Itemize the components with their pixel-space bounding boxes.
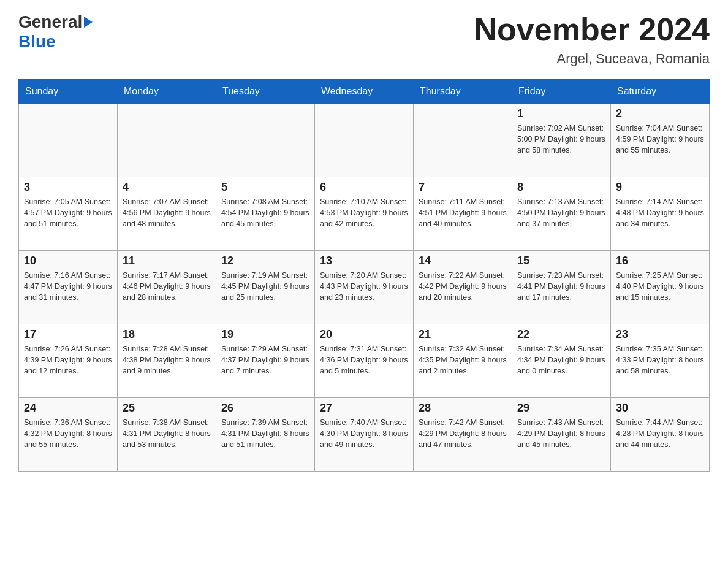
month-title: November 2024 (474, 12, 710, 47)
day-info: Sunrise: 7:32 AM Sunset: 4:35 PM Dayligh… (419, 343, 507, 377)
day-info: Sunrise: 7:36 AM Sunset: 4:32 PM Dayligh… (24, 417, 112, 450)
calendar-week-row: 3Sunrise: 7:05 AM Sunset: 4:57 PM Daylig… (19, 177, 710, 251)
day-number: 20 (320, 328, 408, 341)
logo: General Blue (18, 12, 93, 52)
day-info: Sunrise: 7:38 AM Sunset: 4:31 PM Dayligh… (123, 417, 211, 450)
calendar-cell: 28Sunrise: 7:42 AM Sunset: 4:29 PM Dayli… (414, 398, 512, 472)
calendar-week-row: 17Sunrise: 7:26 AM Sunset: 4:39 PM Dayli… (19, 324, 710, 398)
day-number: 22 (517, 328, 605, 341)
day-info: Sunrise: 7:07 AM Sunset: 4:56 PM Dayligh… (123, 196, 211, 229)
day-info: Sunrise: 7:34 AM Sunset: 4:34 PM Dayligh… (517, 343, 605, 377)
calendar-cell: 30Sunrise: 7:44 AM Sunset: 4:28 PM Dayli… (611, 398, 710, 472)
day-number: 4 (123, 181, 211, 194)
day-number: 3 (24, 181, 112, 194)
day-info: Sunrise: 7:13 AM Sunset: 4:50 PM Dayligh… (517, 196, 605, 229)
day-info: Sunrise: 7:31 AM Sunset: 4:36 PM Dayligh… (320, 343, 408, 377)
day-number: 13 (320, 255, 408, 267)
col-header-wednesday: Wednesday (315, 80, 414, 104)
calendar-header-row: SundayMondayTuesdayWednesdayThursdayFrid… (19, 80, 710, 104)
day-number: 6 (320, 181, 408, 194)
day-number: 29 (517, 402, 605, 415)
day-info: Sunrise: 7:35 AM Sunset: 4:33 PM Dayligh… (616, 343, 704, 377)
day-number: 12 (221, 255, 309, 267)
calendar-cell: 8Sunrise: 7:13 AM Sunset: 4:50 PM Daylig… (512, 177, 611, 251)
calendar-cell: 21Sunrise: 7:32 AM Sunset: 4:35 PM Dayli… (414, 324, 512, 398)
calendar-cell: 19Sunrise: 7:29 AM Sunset: 4:37 PM Dayli… (216, 324, 315, 398)
day-info: Sunrise: 7:39 AM Sunset: 4:31 PM Dayligh… (221, 417, 309, 450)
day-number: 27 (320, 402, 408, 415)
calendar-cell: 17Sunrise: 7:26 AM Sunset: 4:39 PM Dayli… (19, 324, 118, 398)
col-header-tuesday: Tuesday (216, 80, 315, 104)
day-info: Sunrise: 7:10 AM Sunset: 4:53 PM Dayligh… (320, 196, 408, 229)
day-info: Sunrise: 7:22 AM Sunset: 4:42 PM Dayligh… (419, 270, 507, 303)
day-info: Sunrise: 7:40 AM Sunset: 4:30 PM Dayligh… (320, 417, 408, 450)
calendar-cell: 3Sunrise: 7:05 AM Sunset: 4:57 PM Daylig… (19, 177, 118, 251)
day-number: 2 (616, 107, 704, 120)
calendar-cell: 27Sunrise: 7:40 AM Sunset: 4:30 PM Dayli… (315, 398, 414, 472)
day-number: 7 (419, 181, 507, 194)
calendar-table: SundayMondayTuesdayWednesdayThursdayFrid… (18, 79, 710, 472)
logo-general-text: General (18, 12, 82, 32)
calendar-cell: 13Sunrise: 7:20 AM Sunset: 4:43 PM Dayli… (315, 251, 414, 324)
location-text: Argel, Suceava, Romania (474, 51, 710, 67)
day-number: 23 (616, 328, 704, 341)
col-header-saturday: Saturday (611, 80, 710, 104)
day-info: Sunrise: 7:28 AM Sunset: 4:38 PM Dayligh… (123, 343, 211, 377)
day-info: Sunrise: 7:26 AM Sunset: 4:39 PM Dayligh… (24, 343, 112, 377)
calendar-cell (414, 104, 512, 177)
day-info: Sunrise: 7:16 AM Sunset: 4:47 PM Dayligh… (24, 270, 112, 303)
day-number: 30 (616, 402, 704, 415)
day-number: 11 (123, 255, 211, 267)
calendar-week-row: 1Sunrise: 7:02 AM Sunset: 5:00 PM Daylig… (19, 104, 710, 177)
calendar-cell: 29Sunrise: 7:43 AM Sunset: 4:29 PM Dayli… (512, 398, 611, 472)
calendar-cell (216, 104, 315, 177)
col-header-sunday: Sunday (19, 80, 118, 104)
day-number: 9 (616, 181, 704, 194)
col-header-friday: Friday (512, 80, 611, 104)
calendar-cell (19, 104, 118, 177)
calendar-cell: 11Sunrise: 7:17 AM Sunset: 4:46 PM Dayli… (118, 251, 216, 324)
day-number: 15 (517, 255, 605, 267)
day-info: Sunrise: 7:19 AM Sunset: 4:45 PM Dayligh… (221, 270, 309, 303)
calendar-cell: 12Sunrise: 7:19 AM Sunset: 4:45 PM Dayli… (216, 251, 315, 324)
day-info: Sunrise: 7:25 AM Sunset: 4:40 PM Dayligh… (616, 270, 704, 303)
calendar-cell: 14Sunrise: 7:22 AM Sunset: 4:42 PM Dayli… (414, 251, 512, 324)
calendar-cell: 20Sunrise: 7:31 AM Sunset: 4:36 PM Dayli… (315, 324, 414, 398)
day-number: 14 (419, 255, 507, 267)
day-number: 28 (419, 402, 507, 415)
day-info: Sunrise: 7:14 AM Sunset: 4:48 PM Dayligh… (616, 196, 704, 229)
col-header-thursday: Thursday (414, 80, 512, 104)
calendar-cell: 4Sunrise: 7:07 AM Sunset: 4:56 PM Daylig… (118, 177, 216, 251)
day-info: Sunrise: 7:17 AM Sunset: 4:46 PM Dayligh… (123, 270, 211, 303)
day-info: Sunrise: 7:05 AM Sunset: 4:57 PM Dayligh… (24, 196, 112, 229)
calendar-cell: 16Sunrise: 7:25 AM Sunset: 4:40 PM Dayli… (611, 251, 710, 324)
day-number: 8 (517, 181, 605, 194)
calendar-week-row: 24Sunrise: 7:36 AM Sunset: 4:32 PM Dayli… (19, 398, 710, 472)
calendar-cell (118, 104, 216, 177)
col-header-monday: Monday (118, 80, 216, 104)
day-info: Sunrise: 7:29 AM Sunset: 4:37 PM Dayligh… (221, 343, 309, 377)
calendar-cell: 6Sunrise: 7:10 AM Sunset: 4:53 PM Daylig… (315, 177, 414, 251)
calendar-week-row: 10Sunrise: 7:16 AM Sunset: 4:47 PM Dayli… (19, 251, 710, 324)
calendar-cell: 10Sunrise: 7:16 AM Sunset: 4:47 PM Dayli… (19, 251, 118, 324)
calendar-cell: 2Sunrise: 7:04 AM Sunset: 4:59 PM Daylig… (611, 104, 710, 177)
calendar-cell: 26Sunrise: 7:39 AM Sunset: 4:31 PM Dayli… (216, 398, 315, 472)
day-info: Sunrise: 7:11 AM Sunset: 4:51 PM Dayligh… (419, 196, 507, 229)
day-number: 5 (221, 181, 309, 194)
calendar-cell: 24Sunrise: 7:36 AM Sunset: 4:32 PM Dayli… (19, 398, 118, 472)
day-number: 19 (221, 328, 309, 341)
logo-blue-text: Blue (18, 32, 56, 51)
calendar-cell: 9Sunrise: 7:14 AM Sunset: 4:48 PM Daylig… (611, 177, 710, 251)
page-header: General Blue November 2024 Argel, Suceav… (18, 12, 710, 67)
day-info: Sunrise: 7:23 AM Sunset: 4:41 PM Dayligh… (517, 270, 605, 303)
day-number: 1 (517, 107, 605, 120)
calendar-cell: 22Sunrise: 7:34 AM Sunset: 4:34 PM Dayli… (512, 324, 611, 398)
calendar-cell: 15Sunrise: 7:23 AM Sunset: 4:41 PM Dayli… (512, 251, 611, 324)
day-info: Sunrise: 7:20 AM Sunset: 4:43 PM Dayligh… (320, 270, 408, 303)
day-info: Sunrise: 7:08 AM Sunset: 4:54 PM Dayligh… (221, 196, 309, 229)
day-number: 16 (616, 255, 704, 267)
day-number: 18 (123, 328, 211, 341)
day-number: 10 (24, 255, 112, 267)
calendar-cell: 18Sunrise: 7:28 AM Sunset: 4:38 PM Dayli… (118, 324, 216, 398)
logo-triangle-icon (84, 17, 93, 28)
